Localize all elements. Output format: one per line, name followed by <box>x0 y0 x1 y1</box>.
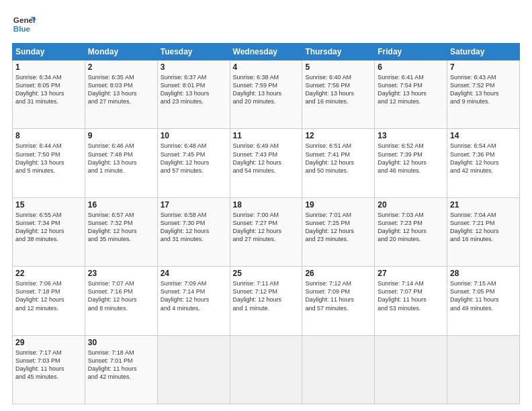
svg-text:Blue: Blue <box>13 24 31 33</box>
day-number: 19 <box>305 200 371 210</box>
calendar-cell: 10Sunrise: 6:48 AM Sunset: 7:45 PM Dayli… <box>157 129 230 197</box>
day-number: 1 <box>15 62 82 72</box>
day-content: Sunrise: 6:57 AM Sunset: 7:32 PM Dayligh… <box>88 211 154 244</box>
calendar-cell: 11Sunrise: 6:49 AM Sunset: 7:43 PM Dayli… <box>230 129 302 197</box>
calendar-cell: 28Sunrise: 7:15 AM Sunset: 7:05 PM Dayli… <box>447 267 520 335</box>
calendar-cell: 7Sunrise: 6:43 AM Sunset: 7:52 PM Daylig… <box>447 60 520 129</box>
calendar-cell: 27Sunrise: 7:14 AM Sunset: 7:07 PM Dayli… <box>375 267 447 335</box>
calendar-cell: 5Sunrise: 6:40 AM Sunset: 7:56 PM Daylig… <box>302 60 375 129</box>
day-number: 21 <box>450 200 517 210</box>
calendar-cell: 8Sunrise: 6:44 AM Sunset: 7:50 PM Daylig… <box>13 129 85 197</box>
day-number: 15 <box>15 200 82 210</box>
day-content: Sunrise: 6:43 AM Sunset: 7:52 PM Dayligh… <box>450 73 517 106</box>
calendar-cell: 13Sunrise: 6:52 AM Sunset: 7:39 PM Dayli… <box>375 129 447 197</box>
calendar-cell: 15Sunrise: 6:55 AM Sunset: 7:34 PM Dayli… <box>13 197 85 266</box>
calendar-cell: 30Sunrise: 7:18 AM Sunset: 7:01 PM Dayli… <box>85 335 157 404</box>
calendar-week-3: 15Sunrise: 6:55 AM Sunset: 7:34 PM Dayli… <box>13 197 520 266</box>
day-content: Sunrise: 7:09 AM Sunset: 7:14 PM Dayligh… <box>161 279 227 312</box>
weekday-header-monday: Monday <box>85 44 157 60</box>
calendar-week-1: 1Sunrise: 6:34 AM Sunset: 8:05 PM Daylig… <box>13 60 520 129</box>
day-content: Sunrise: 6:40 AM Sunset: 7:56 PM Dayligh… <box>305 73 371 106</box>
calendar-cell: 26Sunrise: 7:12 AM Sunset: 7:09 PM Dayli… <box>302 267 375 335</box>
day-number: 25 <box>233 269 300 278</box>
day-number: 6 <box>378 62 444 72</box>
calendar-cell: 20Sunrise: 7:03 AM Sunset: 7:23 PM Dayli… <box>375 197 447 266</box>
weekday-header-row: SundayMondayTuesdayWednesdayThursdayFrid… <box>13 44 520 60</box>
calendar-cell <box>230 335 302 404</box>
day-content: Sunrise: 7:00 AM Sunset: 7:27 PM Dayligh… <box>233 211 300 244</box>
day-number: 5 <box>305 62 371 72</box>
calendar-week-5: 29Sunrise: 7:17 AM Sunset: 7:03 PM Dayli… <box>13 335 520 404</box>
day-content: Sunrise: 6:41 AM Sunset: 7:54 PM Dayligh… <box>378 73 444 106</box>
calendar-cell: 16Sunrise: 6:57 AM Sunset: 7:32 PM Dayli… <box>85 197 157 266</box>
logo-icon: General Blue <box>12 12 36 36</box>
logo: General Blue <box>12 12 36 36</box>
day-content: Sunrise: 7:11 AM Sunset: 7:12 PM Dayligh… <box>233 279 300 312</box>
weekday-header-tuesday: Tuesday <box>157 44 230 60</box>
day-content: Sunrise: 7:15 AM Sunset: 7:05 PM Dayligh… <box>450 279 517 312</box>
day-number: 13 <box>378 131 444 140</box>
svg-text:General: General <box>13 15 36 24</box>
day-content: Sunrise: 6:35 AM Sunset: 8:03 PM Dayligh… <box>88 73 154 106</box>
day-content: Sunrise: 7:18 AM Sunset: 7:01 PM Dayligh… <box>88 349 154 381</box>
calendar-cell <box>447 335 520 404</box>
calendar-cell: 2Sunrise: 6:35 AM Sunset: 8:03 PM Daylig… <box>85 60 157 129</box>
calendar-cell: 6Sunrise: 6:41 AM Sunset: 7:54 PM Daylig… <box>375 60 447 129</box>
header: General Blue <box>12 12 520 36</box>
calendar-cell: 18Sunrise: 7:00 AM Sunset: 7:27 PM Dayli… <box>230 197 302 266</box>
calendar-cell: 4Sunrise: 6:38 AM Sunset: 7:59 PM Daylig… <box>230 60 302 129</box>
weekday-header-thursday: Thursday <box>302 44 375 60</box>
calendar-cell <box>302 335 375 404</box>
calendar-cell: 12Sunrise: 6:51 AM Sunset: 7:41 PM Dayli… <box>302 129 375 197</box>
calendar-week-4: 22Sunrise: 7:06 AM Sunset: 7:18 PM Dayli… <box>13 267 520 335</box>
day-content: Sunrise: 6:54 AM Sunset: 7:36 PM Dayligh… <box>450 142 517 175</box>
day-number: 8 <box>15 131 82 140</box>
calendar-cell: 29Sunrise: 7:17 AM Sunset: 7:03 PM Dayli… <box>13 335 85 404</box>
calendar-cell: 9Sunrise: 6:46 AM Sunset: 7:48 PM Daylig… <box>85 129 157 197</box>
calendar-cell: 19Sunrise: 7:01 AM Sunset: 7:25 PM Dayli… <box>302 197 375 266</box>
calendar-cell: 1Sunrise: 6:34 AM Sunset: 8:05 PM Daylig… <box>13 60 85 129</box>
calendar-cell <box>375 335 447 404</box>
day-number: 7 <box>450 62 517 72</box>
day-content: Sunrise: 6:58 AM Sunset: 7:30 PM Dayligh… <box>161 211 227 244</box>
day-number: 20 <box>378 200 444 210</box>
calendar-cell: 17Sunrise: 6:58 AM Sunset: 7:30 PM Dayli… <box>157 197 230 266</box>
day-number: 29 <box>15 338 82 347</box>
day-number: 11 <box>233 131 300 140</box>
weekday-header-sunday: Sunday <box>13 44 85 60</box>
calendar-cell: 3Sunrise: 6:37 AM Sunset: 8:01 PM Daylig… <box>157 60 230 129</box>
day-content: Sunrise: 7:04 AM Sunset: 7:21 PM Dayligh… <box>450 211 517 244</box>
day-content: Sunrise: 7:14 AM Sunset: 7:07 PM Dayligh… <box>378 279 444 312</box>
day-content: Sunrise: 6:38 AM Sunset: 7:59 PM Dayligh… <box>233 73 300 106</box>
calendar-cell: 14Sunrise: 6:54 AM Sunset: 7:36 PM Dayli… <box>447 129 520 197</box>
calendar-cell: 24Sunrise: 7:09 AM Sunset: 7:14 PM Dayli… <box>157 267 230 335</box>
day-content: Sunrise: 6:52 AM Sunset: 7:39 PM Dayligh… <box>378 142 444 175</box>
calendar-page: General Blue SundayMondayTuesdayWednesda… <box>0 0 532 411</box>
weekday-header-friday: Friday <box>375 44 447 60</box>
day-content: Sunrise: 7:06 AM Sunset: 7:18 PM Dayligh… <box>15 279 82 312</box>
day-number: 3 <box>161 62 227 72</box>
day-content: Sunrise: 7:01 AM Sunset: 7:25 PM Dayligh… <box>305 211 371 244</box>
day-content: Sunrise: 6:51 AM Sunset: 7:41 PM Dayligh… <box>305 142 371 175</box>
day-number: 4 <box>233 62 300 72</box>
day-number: 12 <box>305 131 371 140</box>
day-content: Sunrise: 7:03 AM Sunset: 7:23 PM Dayligh… <box>378 211 444 244</box>
day-number: 18 <box>233 200 300 210</box>
calendar-cell: 23Sunrise: 7:07 AM Sunset: 7:16 PM Dayli… <box>85 267 157 335</box>
day-number: 24 <box>161 269 227 278</box>
calendar-cell: 22Sunrise: 7:06 AM Sunset: 7:18 PM Dayli… <box>13 267 85 335</box>
weekday-header-wednesday: Wednesday <box>230 44 302 60</box>
calendar-cell: 25Sunrise: 7:11 AM Sunset: 7:12 PM Dayli… <box>230 267 302 335</box>
day-number: 23 <box>88 269 154 278</box>
calendar-cell: 21Sunrise: 7:04 AM Sunset: 7:21 PM Dayli… <box>447 197 520 266</box>
day-number: 26 <box>305 269 371 278</box>
day-number: 28 <box>450 269 517 278</box>
day-content: Sunrise: 6:49 AM Sunset: 7:43 PM Dayligh… <box>233 142 300 175</box>
day-number: 16 <box>88 200 154 210</box>
day-content: Sunrise: 6:37 AM Sunset: 8:01 PM Dayligh… <box>161 73 227 106</box>
day-content: Sunrise: 7:12 AM Sunset: 7:09 PM Dayligh… <box>305 279 371 312</box>
weekday-header-saturday: Saturday <box>447 44 520 60</box>
day-number: 10 <box>161 131 227 140</box>
calendar-cell <box>157 335 230 404</box>
day-content: Sunrise: 6:46 AM Sunset: 7:48 PM Dayligh… <box>88 142 154 175</box>
